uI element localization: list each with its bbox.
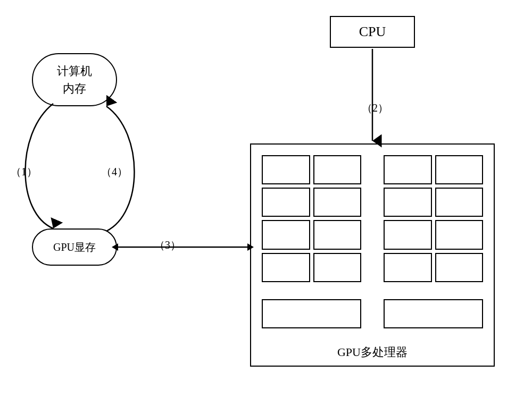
grid-gap <box>364 299 380 328</box>
gpu-multiprocessor-label: GPU多处理器 <box>251 344 494 360</box>
grid-cell <box>384 188 432 217</box>
cpu-label: CPU <box>359 24 386 40</box>
arrow-label-1: （1） <box>11 165 37 179</box>
grid-cell <box>435 155 484 184</box>
memory-label: 计算机内存 <box>57 62 92 97</box>
grid-cell <box>313 220 362 249</box>
grid-cell <box>313 188 362 217</box>
grid-cell <box>262 253 310 282</box>
gpu-grid <box>256 150 488 334</box>
grid-gap <box>364 188 380 217</box>
grid-cell <box>384 155 432 184</box>
gpu-memory-box: GPU显存 <box>32 228 117 266</box>
grid-cell <box>262 188 310 217</box>
grid-cell <box>262 220 310 249</box>
grid-cell <box>435 253 484 282</box>
grid-cell <box>384 299 483 328</box>
grid-cell <box>435 188 484 217</box>
cpu-box: CPU <box>330 16 415 48</box>
grid-cell <box>384 253 432 282</box>
grid-cell <box>313 253 362 282</box>
gpu-multiprocessor-box: GPU多处理器 <box>250 143 495 367</box>
grid-cell <box>435 220 484 249</box>
grid-cell <box>262 299 361 328</box>
grid-cell <box>262 155 310 184</box>
memory-box: 计算机内存 <box>32 53 117 106</box>
grid-gap <box>364 155 380 184</box>
diagram: CPU 计算机内存 GPU显存 <box>0 0 532 415</box>
grid-gap-row <box>262 285 483 296</box>
grid-cell <box>384 220 432 249</box>
arrow-label-4: （4） <box>101 165 128 179</box>
grid-cell <box>313 155 362 184</box>
gpu-memory-label: GPU显存 <box>53 240 96 255</box>
arrow-label-2: （2） <box>362 101 388 115</box>
arrow-label-3: （3） <box>154 238 181 252</box>
grid-gap <box>364 253 380 282</box>
grid-gap <box>364 220 380 249</box>
